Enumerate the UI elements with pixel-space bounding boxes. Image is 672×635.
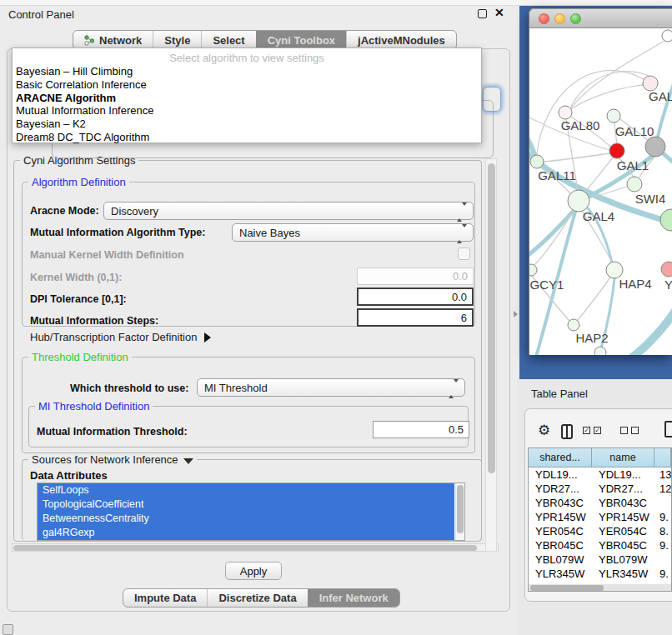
table-cell: YPR145W bbox=[592, 510, 654, 524]
network-node[interactable] bbox=[660, 209, 672, 231]
table-row[interactable]: YBR045CYBR045C9. bbox=[529, 538, 671, 552]
table-column-header[interactable]: name bbox=[592, 448, 654, 468]
sources-group-title[interactable]: Sources for Network Inference bbox=[28, 453, 197, 466]
network-node-gal10[interactable] bbox=[607, 109, 620, 122]
table-cell: 9. bbox=[654, 567, 671, 581]
network-view-window[interactable]: GALGAL80GAL10GAL1GAL11SWI4GAL4GCY1HAP4YH… bbox=[529, 8, 672, 354]
which-threshold-value: MI Threshold bbox=[204, 382, 268, 394]
settings-vertical-scrollbar-thumb[interactable] bbox=[488, 163, 495, 473]
tab-discretize-data[interactable]: Discretize Data bbox=[207, 589, 307, 607]
network-node[interactable] bbox=[662, 30, 672, 42]
algorithm-option[interactable]: ARACNE Algorithm bbox=[13, 92, 481, 105]
network-window-titlebar[interactable] bbox=[529, 9, 672, 28]
tab-label: Infer Network bbox=[319, 592, 389, 604]
network-node-gal11[interactable] bbox=[530, 155, 544, 168]
network-node-gal80[interactable] bbox=[559, 106, 572, 119]
table-header-row: shared...name bbox=[529, 448, 671, 468]
document-icon[interactable] bbox=[664, 421, 672, 438]
control-panel-title: Control Panel bbox=[8, 8, 74, 21]
network-edge bbox=[544, 153, 609, 162]
table-row[interactable]: YDR27...YDR27...12 bbox=[529, 482, 671, 496]
apply-button[interactable]: Apply bbox=[225, 562, 282, 580]
which-threshold-select[interactable]: MI Threshold bbox=[197, 378, 465, 397]
table-row[interactable]: YBL079WYBL079W bbox=[529, 552, 671, 567]
mi-steps-field[interactable]: 6 bbox=[357, 308, 474, 327]
table-panel-title: Table Panel bbox=[531, 388, 588, 400]
network-node[interactable] bbox=[594, 347, 606, 355]
network-node-hap2[interactable] bbox=[568, 319, 579, 331]
network-canvas[interactable]: GALGAL80GAL10GAL1GAL11SWI4GAL4GCY1HAP4YH… bbox=[529, 28, 672, 355]
algorithm-option[interactable]: Basic Correlation Inference bbox=[13, 78, 481, 92]
algorithm-option[interactable]: Mutual Information Inference bbox=[13, 104, 481, 118]
network-node-label: GCY1 bbox=[530, 278, 564, 292]
mi-algorithm-type-select[interactable]: Naive Bayes bbox=[232, 223, 474, 242]
table-cell: 8. bbox=[654, 524, 671, 538]
table-cell: YLR345W bbox=[592, 567, 654, 581]
bottom-tabbar: Impute DataDiscretize DataInfer Network bbox=[123, 588, 400, 608]
deselect-all-icon[interactable] bbox=[620, 427, 639, 434]
mac-zoom-button[interactable] bbox=[570, 13, 581, 24]
settings-horizontal-scrollbar-thumb[interactable] bbox=[13, 545, 477, 551]
table-cell: YDL19... bbox=[529, 468, 592, 482]
kernel-width-field: 0.0 bbox=[357, 268, 474, 285]
table-scrollbar-thumb[interactable] bbox=[530, 585, 604, 591]
which-threshold-label: Which threshold to use: bbox=[70, 382, 188, 394]
gear-icon[interactable]: ⚙ bbox=[538, 422, 550, 439]
network-node-hap4[interactable] bbox=[606, 262, 623, 278]
table-cell: YDL19... bbox=[592, 468, 654, 482]
dpi-tolerance-field[interactable]: 0.0 bbox=[357, 288, 474, 306]
column-browser-icon[interactable] bbox=[561, 424, 573, 439]
aracne-mode-select[interactable]: Discovery bbox=[103, 202, 474, 220]
tab-select[interactable]: Select bbox=[201, 31, 255, 49]
network-node-swi4[interactable] bbox=[627, 177, 642, 192]
mac-minimize-button[interactable] bbox=[554, 13, 565, 24]
table-cell: YLR345W bbox=[529, 567, 592, 581]
close-panel-icon[interactable]: ✕ bbox=[494, 6, 504, 19]
algorithm-option[interactable]: Bayesian – K2 bbox=[13, 118, 481, 131]
table-cell: YDR27... bbox=[529, 482, 592, 496]
algorithm-option[interactable]: Dream8 DC_TDC Algorithm bbox=[13, 131, 481, 144]
data-attribute-item[interactable]: TopologicalCoefficient bbox=[38, 498, 454, 512]
tab-infer-network[interactable]: Infer Network bbox=[308, 589, 399, 607]
float-panel-icon[interactable] bbox=[478, 9, 487, 18]
table-body: YDL19...YDL19...13YDR27...YDR27...12YBR0… bbox=[529, 468, 671, 584]
network-node-gal1[interactable] bbox=[609, 143, 624, 158]
hub-definition-expander[interactable]: Hub/Transcription Factor Definition bbox=[30, 331, 211, 343]
tab-impute-data[interactable]: Impute Data bbox=[123, 589, 207, 607]
corner-grid-icon[interactable] bbox=[3, 624, 13, 635]
mi-threshold-group-title: MI Threshold Definition bbox=[35, 400, 153, 412]
algorithm-option[interactable]: Bayesian – Hill Climbing bbox=[13, 65, 481, 78]
tab-style[interactable]: Style bbox=[153, 31, 201, 49]
table-cell: YBR045C bbox=[592, 538, 654, 552]
table-column-header[interactable]: shared... bbox=[529, 448, 592, 468]
mi-threshold-field[interactable]: 0.5 bbox=[373, 421, 469, 438]
table-row[interactable]: YLR345WYLR345W9. bbox=[529, 567, 671, 581]
dpi-tolerance-label: DPI Tolerance [0,1]: bbox=[30, 293, 127, 305]
mac-close-button[interactable] bbox=[539, 13, 549, 24]
table-row[interactable]: YBR043CYBR043C bbox=[529, 496, 671, 510]
data-attribute-item[interactable]: BetweennessCentrality bbox=[38, 512, 454, 526]
table-cell: YER054C bbox=[529, 524, 592, 538]
table-row[interactable]: YDL19...YDL19...13 bbox=[529, 468, 671, 482]
data-attribute-item[interactable]: gal4RGexp bbox=[38, 526, 454, 540]
tab-jactivemnodules[interactable]: jActiveMNodules bbox=[346, 31, 456, 49]
data-attribute-item[interactable]: SelfLoops bbox=[38, 483, 454, 498]
network-node-y[interactable] bbox=[661, 262, 672, 277]
table-cell: YBR045C bbox=[529, 538, 592, 552]
table-row[interactable]: YER054CYER054C8. bbox=[529, 524, 671, 538]
tab-label: Discretize Data bbox=[218, 592, 296, 604]
table-cell bbox=[654, 496, 671, 510]
table-horizontal-scrollbar[interactable] bbox=[529, 584, 671, 592]
table-column-header[interactable] bbox=[654, 448, 671, 468]
tab-cyni-toolbox[interactable]: Cyni Toolbox bbox=[256, 31, 346, 49]
tab-label: Network bbox=[99, 34, 142, 47]
select-all-icon[interactable]: ✓ ✓ bbox=[583, 427, 601, 434]
stepper-arrows-icon bbox=[457, 228, 467, 240]
network-node-gcy1[interactable] bbox=[529, 264, 537, 276]
table-row[interactable]: YPR145WYPR145W9. bbox=[529, 510, 671, 524]
tab-network[interactable]: Network bbox=[73, 31, 153, 49]
attribute-list-scrollbar-thumb[interactable] bbox=[457, 485, 464, 533]
panel-divider-arrow[interactable] bbox=[514, 311, 518, 318]
data-attributes-list: SelfLoopsTopologicalCoefficientBetweenne… bbox=[37, 482, 465, 541]
network-node[interactable] bbox=[645, 137, 665, 157]
